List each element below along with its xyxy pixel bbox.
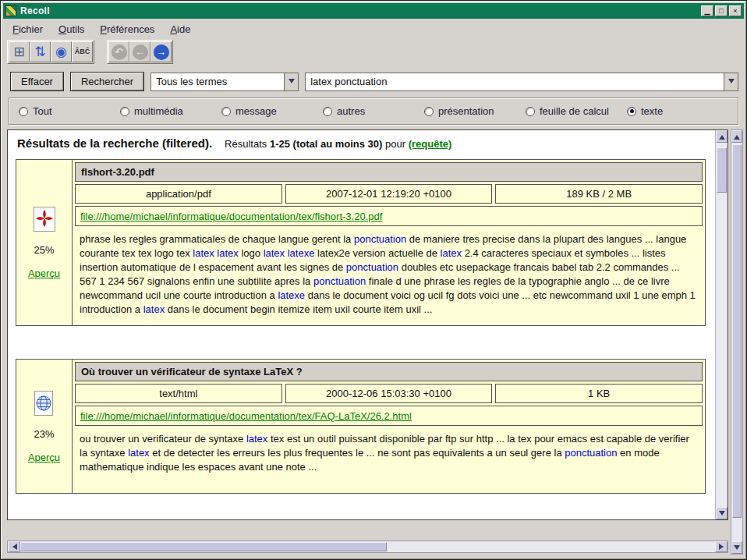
sort-params-button[interactable]: ⇅ <box>30 41 51 62</box>
filter-feuille-de-calcul[interactable]: feuille de calcul <box>526 105 627 117</box>
outer-vertical-scrollbar[interactable] <box>731 129 743 555</box>
highlighted-term: latex <box>128 447 149 459</box>
preview-link[interactable]: Aperçu <box>28 452 60 463</box>
results-title: Résultats de la recherche (filtered). <box>17 136 212 150</box>
arrow-right-icon <box>719 544 727 550</box>
results-range: 1-25 (total au moins 30) <box>270 138 382 150</box>
result-url-link[interactable]: file:///home/michael/informatique/docume… <box>80 410 412 422</box>
search-input[interactable] <box>306 73 724 90</box>
scroll-left-button[interactable] <box>8 541 20 552</box>
results-pour-label: pour <box>385 138 405 150</box>
result-url-link[interactable]: file:///home/michael/informatique/docume… <box>80 211 382 222</box>
chevron-down-icon[interactable] <box>724 73 738 90</box>
arrow-down-icon <box>734 545 740 553</box>
result-body: Où trouver un vérificateur de syntaxe La… <box>73 360 705 493</box>
results-list: 25% Aperçu flshort-3.20.pdf application/… <box>14 159 710 494</box>
minimize-button[interactable]: ▁ <box>701 5 713 16</box>
snippet-text: ou trouver un verificateur de syntaxe <box>80 433 246 445</box>
snippet-text: logo <box>239 247 264 259</box>
radio-selected-icon <box>627 107 636 116</box>
result-side-panel: 23% Aperçu <box>16 360 73 493</box>
query-link[interactable]: (requête) <box>409 138 452 150</box>
filter-multim-dia[interactable]: multimédia <box>120 105 221 117</box>
result-side-panel: 25% Aperçu <box>16 160 73 325</box>
outer-scroll-thumb[interactable] <box>732 144 742 518</box>
search-mode-combo[interactable]: Tous les termes <box>150 73 299 91</box>
radio-icon <box>323 107 332 116</box>
filter-label: Tout <box>33 105 52 117</box>
result-snippet: phrase les regles grammaticales de chaqu… <box>75 229 703 323</box>
query-details-icon: ◉ <box>55 45 67 58</box>
arrow-up-icon <box>734 132 740 140</box>
snippet-text: et de detecter les erreurs les plus freq… <box>150 447 565 459</box>
html-icon <box>33 390 56 416</box>
title-bar[interactable]: Recoll ▁ □ × <box>3 3 744 19</box>
filter-label: présentation <box>438 105 494 117</box>
hscroll-track[interactable] <box>20 541 715 552</box>
radio-icon <box>424 107 434 116</box>
next-page-icon: → <box>154 44 169 60</box>
filter-tout[interactable]: Tout <box>19 105 120 117</box>
hscroll-thumb[interactable] <box>20 542 387 551</box>
highlighted-term: latex <box>441 247 462 259</box>
next-page-button[interactable]: → <box>150 41 172 62</box>
scroll-track[interactable] <box>716 143 728 507</box>
recoll-window: Recoll ▁ □ × FichierOutilsPréférencesAid… <box>0 0 747 560</box>
filter-texte[interactable]: texte <box>627 105 728 117</box>
result-size: 189 KB / 2 MB <box>495 184 703 204</box>
maximize-button[interactable]: □ <box>715 5 728 16</box>
result-snippet: ou trouver un verificateur de syntaxe la… <box>75 428 703 491</box>
result-meta-row: application/pdf 2007-12-01 12:19:20 +010… <box>75 184 703 204</box>
result-url-row: file:///home/michael/informatique/docume… <box>75 206 703 226</box>
down-triangle-icon <box>728 79 735 87</box>
clear-button[interactable]: Effacer <box>10 72 64 91</box>
filter-autres[interactable]: autres <box>323 105 424 117</box>
filter-label: feuille de calcul <box>540 105 609 117</box>
first-page-icon: ↶ <box>112 44 127 60</box>
query-details-button[interactable]: ◉ <box>51 41 72 62</box>
filter-message[interactable]: message <box>221 105 323 117</box>
snippet-text: latex2e version actuelle de <box>314 247 440 259</box>
result-url-row: file:///home/michael/informatique/docume… <box>75 406 703 426</box>
scroll-right-button[interactable] <box>715 541 728 552</box>
results-vertical-scrollbar[interactable] <box>715 130 728 519</box>
menu-item-prfrences[interactable]: Préférences <box>93 22 161 37</box>
filter-label: autres <box>337 105 365 117</box>
scroll-down-button[interactable] <box>731 541 742 554</box>
outer-scroll-track[interactable] <box>731 143 742 541</box>
term-explorer-icon: ÂBĈ <box>75 48 90 55</box>
scroll-down-button[interactable] <box>716 507 728 519</box>
scroll-up-button[interactable] <box>731 130 742 143</box>
filter-bar: Toutmultimédiamessageautresprésentationf… <box>9 97 738 125</box>
app-icon <box>5 5 16 16</box>
query-combo[interactable] <box>305 73 738 91</box>
scroll-thumb[interactable] <box>717 147 727 193</box>
radio-icon <box>221 107 231 116</box>
term-explorer-button[interactable]: ÂBĈ <box>72 41 93 62</box>
close-button[interactable]: × <box>729 5 742 16</box>
menu-item-fichier[interactable]: Fichier <box>5 22 50 37</box>
chevron-down-icon[interactable] <box>284 73 298 90</box>
prev-page-button[interactable]: ← <box>129 41 150 62</box>
first-page-button[interactable]: ↶ <box>108 41 129 62</box>
preview-link[interactable]: Aperçu <box>28 268 60 279</box>
result-title: flshort-3.20.pdf <box>75 162 703 182</box>
menu-bar: FichierOutilsPréférencesAide <box>1 19 746 38</box>
result-item: 25% Aperçu flshort-3.20.pdf application/… <box>16 159 706 326</box>
arrow-down-icon <box>719 511 725 519</box>
window-controls: ▁ □ × <box>701 5 742 16</box>
filter-pr-sentation[interactable]: présentation <box>424 105 526 117</box>
highlighted-term: ponctuation <box>313 275 366 287</box>
toolbar: ⊞⇅◉ÂBĈ ↶←→ <box>1 38 746 67</box>
highlighted-term: latex latex <box>193 247 239 259</box>
search-button[interactable]: Rechercher <box>70 72 144 91</box>
snippet-text: dans le document begin itemize item uxil… <box>165 303 432 315</box>
search-mode-value: Tous les termes <box>151 73 284 90</box>
menu-item-aide[interactable]: Aide <box>163 22 197 37</box>
highlighted-term: latex <box>143 303 165 315</box>
horizontal-scrollbar[interactable] <box>7 541 728 553</box>
erase-history-button[interactable]: ⊞ <box>9 41 30 62</box>
results-frame: Résultats de la recherche (filtered).Rés… <box>7 129 728 520</box>
menu-item-outils[interactable]: Outils <box>51 22 91 37</box>
scroll-up-button[interactable] <box>716 130 728 143</box>
